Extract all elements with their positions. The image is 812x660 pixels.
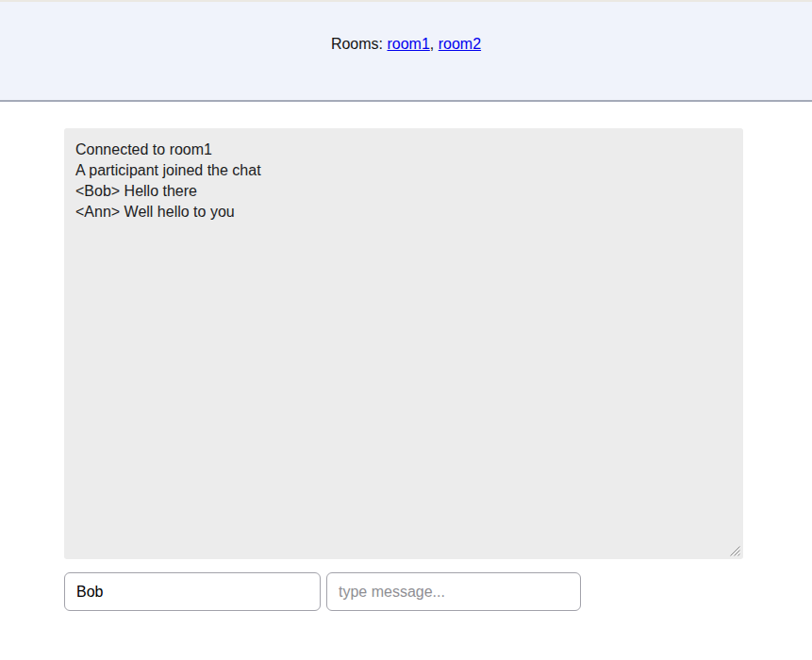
chat-log-container — [64, 128, 743, 559]
message-input[interactable] — [326, 572, 581, 611]
chat-log-textarea[interactable] — [64, 128, 743, 559]
name-input[interactable] — [64, 572, 321, 611]
rooms-header: Rooms: room1, room2 — [0, 0, 812, 102]
rooms-line: Rooms: room1, room2 — [0, 2, 812, 53]
chat-area — [64, 128, 743, 611]
room-link-room2[interactable]: room2 — [439, 36, 481, 52]
rooms-label: Rooms: — [331, 36, 383, 52]
rooms-separator: , — [430, 36, 434, 52]
message-input-row — [64, 572, 743, 611]
room-link-room1[interactable]: room1 — [387, 36, 429, 52]
resize-handle-icon[interactable] — [727, 543, 740, 556]
